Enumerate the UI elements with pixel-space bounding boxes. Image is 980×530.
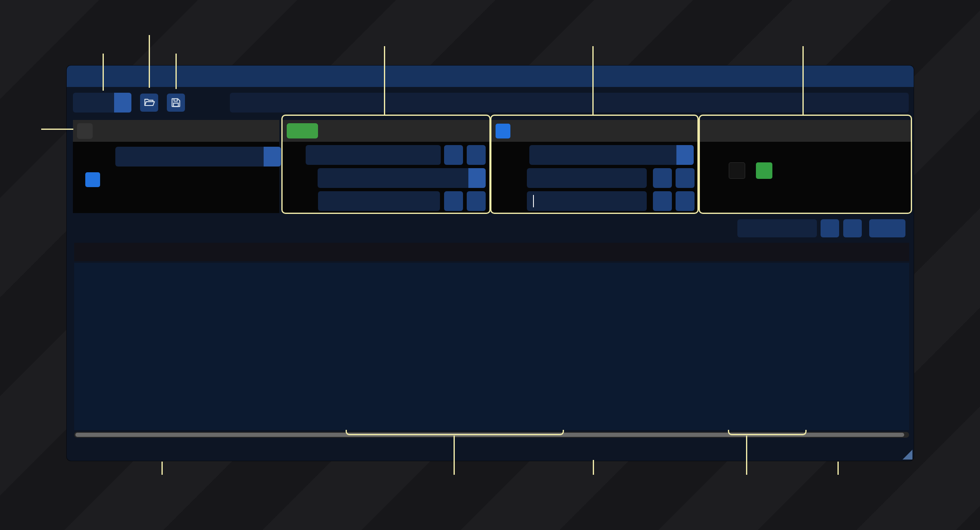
zoom-input[interactable] — [737, 219, 817, 237]
loop-start-input[interactable] — [527, 168, 647, 188]
rate-panel-header — [283, 120, 489, 142]
rate-panel — [283, 120, 489, 213]
loop-panel — [491, 120, 698, 213]
hz-input[interactable] — [306, 145, 441, 165]
loop-panel-body — [491, 142, 698, 213]
chevron-down-icon[interactable] — [114, 93, 131, 113]
resize-grip[interactable] — [903, 450, 912, 460]
annotation-line — [593, 460, 594, 475]
info-panel-header — [73, 120, 279, 142]
fine-minus-button[interactable] — [444, 191, 463, 211]
loop-start-plus-button[interactable] — [676, 168, 695, 188]
info-panel — [73, 120, 279, 213]
chip-2-checkbox[interactable] — [756, 162, 772, 179]
rate-panel-body — [283, 142, 489, 213]
loop-mode-value — [529, 145, 676, 165]
chevron-down-icon[interactable] — [676, 145, 694, 165]
sample-type-value — [115, 147, 264, 167]
collapse-bar-button[interactable] — [77, 123, 93, 139]
title-bar[interactable] — [67, 66, 914, 87]
loop-end-plus-button[interactable] — [676, 191, 695, 211]
open-sample-button[interactable] — [140, 94, 158, 112]
waveform-view — [74, 263, 909, 430]
zoom-reset-button[interactable] — [869, 219, 905, 237]
time-ruler — [74, 243, 909, 261]
save-sample-button[interactable] — [167, 94, 185, 112]
waveform-canvas[interactable] — [74, 263, 909, 430]
info-panel-body — [73, 142, 279, 213]
loop-panel-header — [491, 120, 698, 142]
scrollbar-handle[interactable] — [75, 433, 904, 437]
waveform-scrollbar[interactable] — [74, 432, 909, 438]
sample-type-select[interactable] — [115, 147, 281, 167]
chip-1-checkbox[interactable] — [729, 162, 745, 179]
loop-end-minus-button[interactable] — [653, 191, 672, 211]
loop-enable-checkbox[interactable] — [496, 124, 510, 138]
zoom-out-button[interactable] — [821, 219, 839, 237]
name-input[interactable] — [230, 93, 909, 113]
loop-mode-select[interactable] — [529, 145, 694, 165]
chips-panel-body — [700, 142, 911, 213]
sample-toolbar — [67, 218, 914, 239]
chevron-down-icon[interactable] — [264, 147, 281, 167]
loop-start-minus-button[interactable] — [653, 168, 672, 188]
annotation-line — [161, 462, 163, 475]
rate-badge-button[interactable] — [287, 123, 318, 138]
sample-editor-window — [67, 66, 914, 461]
zoom-in-button[interactable] — [843, 219, 862, 237]
sample-number-value — [73, 93, 114, 113]
open-folder-icon — [143, 97, 155, 108]
annotation-line — [837, 462, 839, 475]
chips-panel-header — [700, 120, 911, 142]
floppy-disk-icon — [170, 97, 182, 108]
note-value — [318, 168, 468, 188]
brr-emphasis-checkbox[interactable] — [85, 172, 100, 187]
text-caret — [533, 195, 534, 207]
loop-end-input[interactable] — [527, 191, 647, 211]
hz-minus-button[interactable] — [444, 145, 463, 165]
fine-input[interactable] — [318, 191, 440, 211]
fine-plus-button[interactable] — [467, 191, 486, 211]
desktop-background — [0, 0, 980, 530]
chevron-down-icon[interactable] — [468, 168, 486, 188]
hz-plus-button[interactable] — [467, 145, 486, 165]
note-select[interactable] — [318, 168, 486, 188]
sample-number-select[interactable] — [73, 93, 131, 113]
chips-panel — [700, 120, 911, 213]
